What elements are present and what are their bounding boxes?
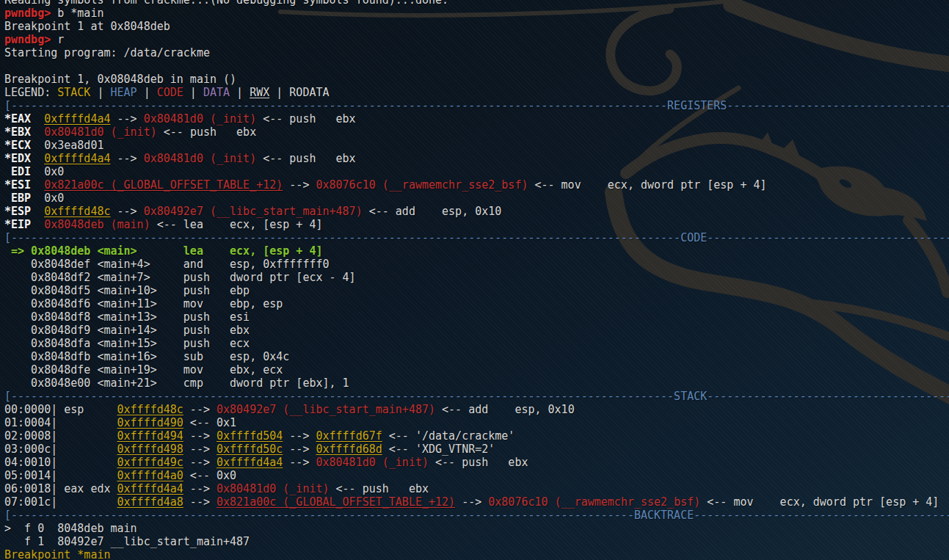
register-line-ecx: *ECX 0x3ea8d01 [4, 139, 949, 152]
stack-line-00: 00:0000| esp 0xffffd48c --> 0x80492e7 (_… [4, 403, 949, 416]
register-line-esp: *ESP 0xffffd48c --> 0x80492e7 (__libc_st… [4, 205, 949, 218]
status-line-breakpoint: Breakpoint *main [4, 548, 949, 560]
code-line: 0x8048df2 <main+7> push dword ptr [ecx -… [4, 271, 949, 284]
stack-line-06: 06:0018| eax edx 0xffffd4a4 --> 0x80481d… [4, 482, 949, 495]
code-line: 0x8048df9 <main+14> push ebx [4, 324, 949, 337]
code-line: 0x8048df8 <main+13> push esi [4, 310, 949, 324]
stack-line-04: 04:0010| 0xffffd49c --> 0xffffd4a4 --> 0… [4, 456, 949, 469]
section-divider-stack: [---------------------------------------… [4, 390, 949, 403]
register-line-eip: *EIP 0x8048deb (main) <-- lea ecx, [esp … [4, 218, 949, 231]
gdb-output-clipped: Reading symbols from crackme...(No debug… [4, 0, 949, 7]
section-divider-code: [---------------------------------------… [4, 231, 949, 244]
gdb-output-breakpoint-hit: Breakpoint 1, 0x08048deb in main () [4, 73, 949, 86]
stack-line-05: 05:0014| 0xffffd4a0 <-- 0x0 [4, 469, 949, 482]
register-line-eax: *EAX 0xffffd4a4 --> 0x80481d0 (_init) <-… [4, 112, 949, 126]
code-line: 0x8048dfa <main+15> push ecx [4, 337, 949, 350]
terminal[interactable]: Reading symbols from crackme...(No debug… [0, 0, 949, 560]
stack-line-01: 01:0004| 0xffffd490 <-- 0x1 [4, 416, 949, 429]
backtrace-frame-0: > f 0 8048deb main [4, 522, 949, 535]
register-line-ebp: EBP 0x0 [4, 192, 949, 205]
stack-line-03: 03:000c| 0xffffd498 --> 0xffffd50c --> 0… [4, 443, 949, 456]
terminal-window: Reading symbols from crackme...(No debug… [0, 0, 949, 560]
backtrace-frame-1: f 1 80492e7 __libc_start_main+487 [4, 535, 949, 548]
legend-line: LEGEND: STACK | HEAP | CODE | DATA | RWX… [4, 86, 949, 99]
code-line: 0x8048e00 <main+21> cmp dword ptr [ebx],… [4, 377, 949, 390]
register-line-esi: *ESI 0x821a00c (_GLOBAL_OFFSET_TABLE_+12… [4, 178, 949, 192]
code-line-current: => 0x8048deb <main> lea ecx, [esp + 4] [4, 244, 949, 258]
register-line-ebx: *EBX 0x80481d0 (_init) <-- push ebx [4, 126, 949, 139]
gdb-output-starting: Starting program: /data/crackme [4, 46, 949, 59]
section-divider-registers: [---------------------------------------… [4, 99, 949, 112]
stack-line-02: 02:0008| 0xffffd494 --> 0xffffd504 --> 0… [4, 429, 949, 443]
code-line: 0x8048def <main+4> and esp, 0xfffffff0 [4, 258, 949, 271]
code-line: 0x8048df5 <main+10> push ebp [4, 284, 949, 297]
blank-line [4, 59, 949, 73]
register-line-edi: EDI 0x0 [4, 165, 949, 178]
register-line-edx: *EDX 0xffffd4a4 --> 0x80481d0 (_init) <-… [4, 152, 949, 165]
gdb-output-breakpoint-set: Breakpoint 1 at 0x8048deb [4, 20, 949, 33]
prompt-line-break-main: pwndbg> b *main [4, 7, 949, 20]
code-line: 0x8048df6 <main+11> mov ebp, esp [4, 297, 949, 310]
code-line: 0x8048dfb <main+16> sub esp, 0x4c [4, 350, 949, 363]
section-divider-backtrace: [---------------------------------------… [4, 509, 949, 522]
prompt-line-run: pwndbg> r [4, 33, 949, 46]
stack-line-07: 07:001c| 0xffffd4a8 --> 0x821a00c (_GLOB… [4, 495, 949, 509]
code-line: 0x8048dfe <main+19> mov ebx, ecx [4, 363, 949, 377]
